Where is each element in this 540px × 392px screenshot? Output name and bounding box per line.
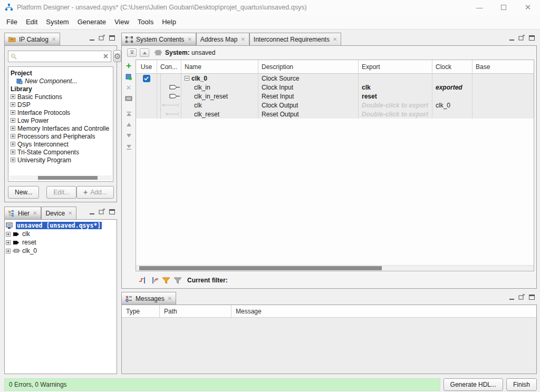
use-checkbox[interactable] [143,75,150,82]
connections-cell[interactable] [157,92,181,101]
show-interfaces-icon[interactable] [150,277,159,284]
expand-icon[interactable] [11,110,15,115]
tab-system-contents[interactable]: System Contents ✕ [121,33,196,45]
tree-item-qsys-interconnect[interactable]: Qsys Interconnect [11,140,112,148]
hierarchy-item-clk[interactable]: clk [6,230,115,238]
menu-generate[interactable]: Generate [73,16,110,28]
maximize-window-icon[interactable] [491,0,516,15]
expand-icon[interactable] [11,94,15,99]
column-header-use[interactable]: Use [136,60,157,73]
connections-cell[interactable] [157,101,181,110]
catalog-settings-button[interactable]: ⚙ [113,50,121,62]
table-row-clk-reset[interactable]: clk_reset Reset Output Double-click to e… [136,110,534,119]
tab-close-icon[interactable]: ✕ [33,211,37,216]
hierarchy-item-reset[interactable]: reset [6,238,115,247]
column-header-base[interactable]: Base [472,60,534,73]
column-header-connections[interactable]: Con... [157,60,181,73]
panel-maximize-icon[interactable] [109,35,115,41]
tree-item-university-program[interactable]: University Program [11,156,112,164]
table-row-clk[interactable]: clk Clock Output Double-click to export … [136,101,534,110]
add-component-icon[interactable]: + [124,62,133,69]
move-bottom-icon[interactable] [124,143,133,151]
tree-item-tri-state[interactable]: Tri-State Components [11,148,112,156]
expand-icon[interactable] [11,118,15,123]
base-cell[interactable] [472,110,534,119]
panel-maximize-icon[interactable] [528,35,535,41]
tab-interconnect-requirements[interactable]: Interconnect Requirements ✕ [249,33,341,45]
tab-close-icon[interactable]: ✕ [52,37,56,42]
base-cell[interactable] [472,83,534,92]
hierarchy-item-clk-0[interactable]: clk_0 [6,247,115,255]
tab-close-icon[interactable]: ✕ [187,37,191,42]
tree-item-memory-interfaces[interactable]: Memory Interfaces and Controlle [11,124,112,132]
column-header-export[interactable]: Export [359,60,432,73]
export-cell[interactable]: clk [359,83,432,92]
panel-minimize-icon[interactable] [89,35,95,41]
clock-cell[interactable] [432,110,472,119]
tab-close-icon[interactable]: ✕ [240,37,245,42]
menu-file[interactable]: File [2,16,22,28]
tree-item-new-component[interactable]: New Component... [11,77,112,85]
details-icon[interactable] [124,95,133,102]
column-header-name[interactable]: Name [181,60,258,73]
collapse-all-button[interactable] [127,48,137,57]
collapse-row-icon[interactable] [185,76,189,81]
column-header-clock[interactable]: Clock [432,60,472,73]
clear-search-icon[interactable] [103,53,109,59]
tab-device[interactable]: Device ✕ [41,207,76,219]
panel-minimize-icon[interactable] [89,209,95,214]
tree-item-basic-functions[interactable]: Basic Functions [11,93,112,101]
edit-component-icon[interactable] [124,73,133,80]
edit-button[interactable]: Edit... [46,186,76,199]
show-signals-icon[interactable] [139,277,147,284]
expand-icon[interactable] [11,142,15,146]
panel-minimize-icon[interactable] [508,35,515,41]
filter-funnel-icon[interactable] [162,277,170,284]
panel-float-icon[interactable] [99,209,105,214]
tree-item-dsp[interactable]: DSP [11,101,112,109]
expand-icon[interactable] [11,126,15,131]
connections-cell[interactable] [157,74,181,83]
menu-tools[interactable]: Tools [133,16,158,28]
clock-cell[interactable] [432,92,472,101]
scrollbar-thumb[interactable] [38,176,98,180]
menu-view[interactable]: View [110,16,133,28]
table-row-clk-in-reset[interactable]: clk_in_reset Reset Input reset [136,92,534,101]
minimize-window-icon[interactable]: — [467,0,491,15]
tree-horizontal-scrollbar[interactable] [9,175,112,180]
menu-system[interactable]: System [42,16,73,28]
move-up-icon[interactable] [124,121,133,129]
tree-item-low-power[interactable]: Low Power [11,116,112,124]
tab-close-icon[interactable]: ✕ [168,296,172,301]
tab-close-icon[interactable]: ✕ [68,211,72,216]
menu-edit[interactable]: Edit [22,16,42,28]
expand-icon[interactable] [11,158,15,162]
expand-icon[interactable] [6,240,11,245]
collapse-button[interactable] [140,48,149,57]
tree-item-processors[interactable]: Processors and Peripherals [11,132,112,140]
base-cell[interactable] [472,92,534,101]
base-cell[interactable] [472,101,534,110]
column-header-type[interactable]: Type [122,305,160,317]
table-row-clk-in[interactable]: clk_in Clock Input clk exported [136,83,534,92]
new-button[interactable]: New... [8,186,39,199]
generate-hdl-button[interactable]: Generate HDL... [443,378,503,391]
finish-button[interactable]: Finish [506,378,537,391]
move-top-icon[interactable] [124,110,133,117]
move-down-icon[interactable] [124,132,133,140]
clear-filter-icon[interactable] [173,277,182,284]
panel-float-icon[interactable] [518,294,525,300]
base-cell[interactable] [472,74,534,83]
clock-cell[interactable]: exported [432,83,472,92]
expand-icon[interactable] [6,232,11,237]
column-header-message[interactable]: Message [232,305,536,317]
table-row-clk-0[interactable]: clk_0 Clock Source [136,74,534,83]
add-button[interactable]: +Add... [76,186,114,199]
expand-icon[interactable] [6,249,11,253]
tab-address-map[interactable]: Address Map ✕ [196,33,249,45]
tab-hierarchy[interactable]: Hier ✕ [4,207,41,219]
column-header-path[interactable]: Path [160,305,232,317]
column-header-description[interactable]: Description [258,60,359,73]
clock-cell[interactable]: clk_0 [432,101,472,110]
panel-minimize-icon[interactable] [508,294,515,300]
